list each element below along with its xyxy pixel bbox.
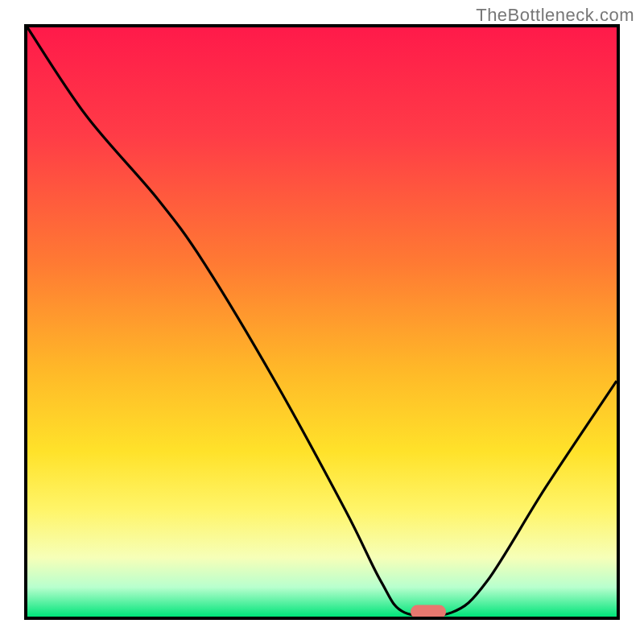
watermark-text: TheBottleneck.com: [476, 5, 634, 26]
curve-layer: [27, 27, 617, 617]
optimal-marker: [411, 605, 446, 619]
bottleneck-curve: [27, 27, 617, 617]
plot-area: [24, 24, 620, 620]
chart-container: TheBottleneck.com: [0, 0, 644, 644]
